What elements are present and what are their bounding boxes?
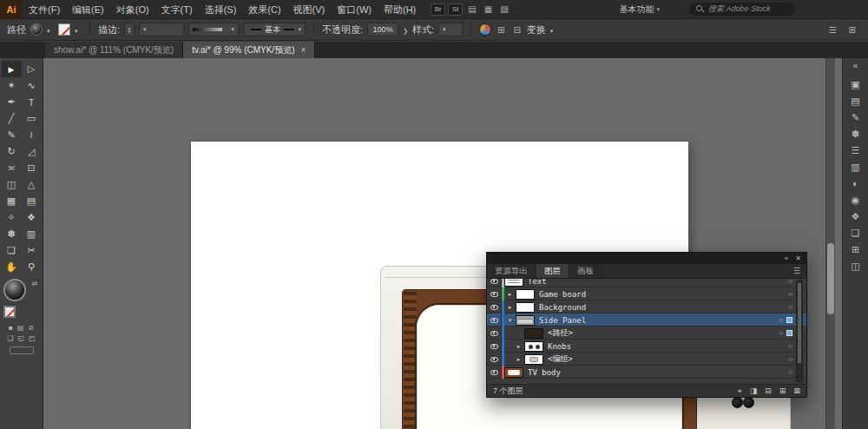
layer-row[interactable]: ▸Knobs○ bbox=[487, 340, 806, 353]
rectangle-tool[interactable]: ▭ bbox=[22, 110, 42, 127]
menu-item[interactable]: 效果(C) bbox=[242, 0, 286, 19]
pathfinder-panel-icon[interactable]: ◫ bbox=[851, 261, 859, 271]
menu-item[interactable]: 文件(F) bbox=[23, 0, 66, 19]
width-tool[interactable]: ≍ bbox=[2, 160, 22, 176]
visibility-toggle[interactable] bbox=[487, 314, 502, 327]
layer-row[interactable]: Text○ bbox=[487, 279, 806, 287]
shape-builder-tool[interactable]: ◫ bbox=[2, 176, 22, 193]
stroke-proxy-swatch[interactable] bbox=[3, 306, 16, 318]
stroke-caret-icon[interactable] bbox=[75, 24, 82, 35]
tab-close-icon[interactable]: × bbox=[300, 45, 306, 55]
menu-item[interactable]: 窗口(W) bbox=[331, 0, 378, 19]
column-graph-tool[interactable]: ▥ bbox=[22, 226, 42, 242]
swatches-panel-icon[interactable]: ▤ bbox=[851, 96, 859, 106]
brushes-panel-icon[interactable]: ✎ bbox=[852, 112, 859, 122]
expand-arrow-icon[interactable]: ▸ bbox=[504, 291, 516, 298]
panel-scrollbar-thumb[interactable] bbox=[798, 283, 801, 363]
target-circle-icon[interactable]: ○ bbox=[788, 355, 792, 363]
layer-row[interactable]: ▸<编组>○ bbox=[487, 353, 806, 366]
document-layout-icon[interactable]: ▦ bbox=[484, 4, 492, 14]
blend-tool[interactable]: ❖ bbox=[22, 209, 42, 226]
menu-item[interactable]: 编辑(E) bbox=[66, 0, 110, 19]
visibility-toggle[interactable] bbox=[487, 327, 502, 340]
opacity-value[interactable]: 100% bbox=[367, 23, 398, 36]
layer-row[interactable]: TV body○ bbox=[487, 366, 806, 379]
share-icon[interactable]: ▨ bbox=[500, 4, 508, 14]
visibility-toggle[interactable] bbox=[487, 366, 502, 379]
gradient-mode-icon[interactable]: ▤ bbox=[17, 324, 24, 332]
free-transform-tool[interactable]: ⊡ bbox=[22, 160, 42, 176]
panel-menu-icon[interactable]: ☰ bbox=[787, 264, 806, 278]
scrollbar-thumb[interactable] bbox=[827, 243, 834, 314]
screen-mode-button[interactable] bbox=[10, 346, 34, 354]
workspace-grid-icon[interactable]: ⊞ bbox=[849, 25, 856, 35]
color-mode-icon[interactable]: ■ bbox=[9, 324, 13, 332]
menu-item[interactable]: 文字(T) bbox=[155, 0, 199, 19]
symbols-panel-icon[interactable]: ✽ bbox=[852, 129, 859, 139]
search-input[interactable]: 搜索 Adobe Stock bbox=[689, 3, 795, 16]
layer-row[interactable]: ▸Game board○ bbox=[487, 287, 806, 300]
visibility-toggle[interactable] bbox=[487, 300, 502, 314]
menu-item[interactable]: 选择(S) bbox=[199, 0, 243, 19]
lasso-tool[interactable]: ∿ bbox=[22, 77, 42, 94]
recolor-artwork-icon[interactable] bbox=[479, 23, 491, 36]
menu-item[interactable]: 对象(O) bbox=[110, 0, 155, 19]
stroke-profile-dropdown[interactable] bbox=[188, 23, 239, 36]
scale-tool[interactable]: ◿ bbox=[22, 143, 42, 160]
target-circle-icon[interactable]: ○ bbox=[788, 342, 792, 350]
stroke-weight-stepper[interactable] bbox=[124, 23, 135, 36]
pen-tool[interactable]: ✒ bbox=[2, 94, 22, 110]
layer-row[interactable]: ▾Side Panel○ bbox=[487, 314, 806, 327]
visibility-toggle[interactable] bbox=[487, 287, 502, 300]
rotate-tool[interactable]: ↻ bbox=[2, 143, 22, 160]
mesh-tool[interactable]: ▦ bbox=[2, 193, 22, 209]
badge-br-icon[interactable]: Br bbox=[431, 3, 445, 16]
draw-inside-icon[interactable]: ◰ bbox=[29, 334, 36, 342]
direct-selection-tool[interactable]: ▷ bbox=[22, 61, 42, 77]
workspace-switcher[interactable]: 基本功能 bbox=[619, 3, 660, 16]
eyedropper-tool[interactable]: ✧ bbox=[2, 209, 22, 226]
swap-fill-stroke-icon[interactable]: ⇄ bbox=[32, 280, 38, 287]
align-panel-icon[interactable]: ⊞ bbox=[852, 244, 859, 254]
pencil-tool[interactable]: ≀ bbox=[22, 127, 42, 143]
transform-label[interactable]: 变换 bbox=[527, 23, 546, 36]
perspective-grid-tool[interactable]: △ bbox=[22, 176, 42, 193]
expand-panels-icon[interactable]: « bbox=[853, 61, 858, 70]
new-sublayer-icon[interactable]: ⊟ bbox=[765, 386, 772, 396]
badge-st-icon[interactable]: St bbox=[448, 3, 463, 16]
panel-tab[interactable]: 画板 bbox=[569, 264, 602, 278]
draw-behind-icon[interactable]: ◱ bbox=[18, 334, 25, 342]
control-menu-icon[interactable]: ☰ bbox=[829, 25, 837, 35]
zoom-tool[interactable]: ⚲ bbox=[22, 259, 42, 275]
expand-arrow-icon[interactable]: ▸ bbox=[513, 343, 524, 350]
layer-row[interactable]: <路径>○ bbox=[487, 327, 806, 340]
hand-tool[interactable]: ✋ bbox=[2, 259, 22, 275]
panel-tab[interactable]: 资源导出 bbox=[487, 264, 536, 278]
document-tab[interactable]: tv.ai* @ 99% (CMYK/预览)× bbox=[183, 42, 315, 58]
delete-layer-icon[interactable]: ⊠ bbox=[793, 386, 800, 396]
locate-object-icon[interactable]: ⌖ bbox=[738, 386, 742, 396]
document-tab[interactable]: show.ai* @ 111% (CMYK/预览) bbox=[45, 42, 183, 58]
target-circle-icon[interactable]: ○ bbox=[779, 316, 783, 324]
target-circle-icon[interactable]: ○ bbox=[788, 279, 792, 285]
align-objects-icon[interactable]: ⊞ bbox=[497, 25, 504, 35]
transparency-panel-icon[interactable]: ◐ bbox=[852, 178, 858, 188]
distribute-icon[interactable]: ⊟ bbox=[513, 25, 520, 35]
menu-item[interactable]: 帮助(H) bbox=[378, 0, 422, 19]
opacity-options-icon[interactable] bbox=[403, 24, 408, 35]
slice-tool[interactable]: ✂ bbox=[22, 242, 42, 259]
none-mode-icon[interactable]: ⊘ bbox=[28, 324, 34, 332]
expand-arrow-icon[interactable]: ▸ bbox=[513, 356, 524, 363]
menu-item[interactable]: 视图(V) bbox=[287, 0, 332, 19]
target-circle-icon[interactable]: ○ bbox=[788, 303, 792, 311]
graphic-styles-panel-icon[interactable]: ❖ bbox=[852, 211, 860, 221]
paintbrush-tool[interactable]: ✎ bbox=[2, 127, 22, 143]
stroke-panel-icon[interactable]: ☰ bbox=[852, 145, 860, 155]
close-panel-icon[interactable]: ✕ bbox=[795, 254, 801, 262]
vertical-scrollbar[interactable] bbox=[825, 58, 835, 429]
app-logo-icon[interactable]: Ai bbox=[0, 0, 23, 19]
stroke-swatch[interactable] bbox=[58, 23, 70, 36]
color-panel-icon[interactable]: ▣ bbox=[851, 79, 859, 89]
type-tool[interactable]: T bbox=[22, 94, 42, 110]
selection-tool[interactable]: ► bbox=[2, 61, 22, 77]
